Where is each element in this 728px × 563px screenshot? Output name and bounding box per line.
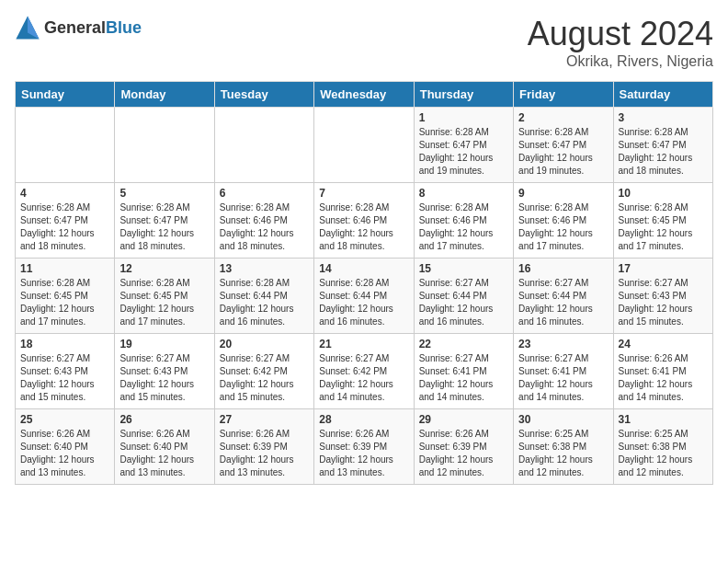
logo: GeneralBlue [15, 15, 142, 40]
day-number: 6 [220, 187, 309, 200]
day-number: 5 [119, 187, 209, 200]
logo-general: General [44, 18, 106, 37]
weekday-header-wednesday: Wednesday [314, 82, 414, 108]
calendar-cell: 22Sunrise: 6:27 AM Sunset: 6:41 PM Dayli… [414, 334, 513, 409]
weekday-header-saturday: Saturday [613, 82, 712, 108]
day-info: Sunrise: 6:27 AM Sunset: 6:44 PM Dayligh… [518, 277, 608, 328]
day-number: 18 [20, 338, 109, 350]
calendar-cell: 2Sunrise: 6:28 AM Sunset: 6:47 PM Daylig… [514, 108, 613, 183]
week-row-2: 4Sunrise: 6:28 AM Sunset: 6:47 PM Daylig… [16, 183, 713, 259]
calendar-cell: 16Sunrise: 6:27 AM Sunset: 6:44 PM Dayli… [514, 259, 613, 334]
calendar-cell: 6Sunrise: 6:28 AM Sunset: 6:46 PM Daylig… [214, 183, 313, 259]
calendar-cell: 23Sunrise: 6:27 AM Sunset: 6:41 PM Dayli… [514, 334, 613, 409]
weekday-header-row: SundayMondayTuesdayWednesdayThursdayFrid… [16, 82, 713, 108]
calendar-cell: 19Sunrise: 6:27 AM Sunset: 6:43 PM Dayli… [115, 334, 214, 409]
calendar-cell: 28Sunrise: 6:26 AM Sunset: 6:39 PM Dayli… [314, 409, 414, 485]
day-info: Sunrise: 6:26 AM Sunset: 6:40 PM Dayligh… [20, 428, 109, 479]
calendar-cell: 24Sunrise: 6:26 AM Sunset: 6:41 PM Dayli… [613, 334, 712, 409]
day-number: 27 [220, 413, 309, 426]
day-info: Sunrise: 6:28 AM Sunset: 6:46 PM Dayligh… [319, 201, 408, 253]
day-info: Sunrise: 6:27 AM Sunset: 6:44 PM Dayligh… [419, 277, 508, 328]
day-info: Sunrise: 6:25 AM Sunset: 6:38 PM Dayligh… [619, 428, 708, 479]
day-info: Sunrise: 6:28 AM Sunset: 6:46 PM Dayligh… [419, 201, 508, 253]
day-number: 2 [518, 111, 608, 124]
week-row-4: 18Sunrise: 6:27 AM Sunset: 6:43 PM Dayli… [16, 334, 713, 409]
day-number: 8 [419, 187, 508, 200]
weekday-header-monday: Monday [115, 82, 214, 108]
calendar-cell: 17Sunrise: 6:27 AM Sunset: 6:43 PM Dayli… [613, 259, 712, 334]
calendar-cell: 3Sunrise: 6:28 AM Sunset: 6:47 PM Daylig… [613, 108, 712, 183]
day-info: Sunrise: 6:28 AM Sunset: 6:44 PM Dayligh… [220, 277, 309, 328]
day-info: Sunrise: 6:28 AM Sunset: 6:46 PM Dayligh… [220, 201, 309, 253]
calendar-cell [16, 108, 115, 183]
day-info: Sunrise: 6:28 AM Sunset: 6:47 PM Dayligh… [419, 126, 508, 178]
day-number: 22 [419, 338, 508, 350]
day-number: 30 [518, 413, 608, 426]
day-number: 14 [319, 262, 408, 275]
day-number: 31 [619, 413, 708, 426]
day-info: Sunrise: 6:26 AM Sunset: 6:39 PM Dayligh… [220, 428, 309, 479]
day-number: 23 [518, 338, 608, 350]
day-info: Sunrise: 6:27 AM Sunset: 6:43 PM Dayligh… [20, 352, 109, 404]
calendar-cell: 15Sunrise: 6:27 AM Sunset: 6:44 PM Dayli… [414, 259, 513, 334]
week-row-3: 11Sunrise: 6:28 AM Sunset: 6:45 PM Dayli… [16, 259, 713, 334]
day-number: 10 [619, 187, 708, 200]
month-title: August 2024 [528, 15, 713, 53]
day-info: Sunrise: 6:28 AM Sunset: 6:47 PM Dayligh… [119, 201, 209, 253]
title-block: August 2024 Okrika, Rivers, Nigeria [528, 15, 713, 70]
calendar-cell: 26Sunrise: 6:26 AM Sunset: 6:40 PM Dayli… [115, 409, 214, 485]
day-number: 29 [419, 413, 508, 426]
day-info: Sunrise: 6:28 AM Sunset: 6:47 PM Dayligh… [518, 126, 608, 178]
day-number: 11 [20, 262, 109, 275]
calendar-cell: 31Sunrise: 6:25 AM Sunset: 6:38 PM Dayli… [613, 409, 712, 485]
day-info: Sunrise: 6:28 AM Sunset: 6:45 PM Dayligh… [20, 277, 109, 328]
week-row-5: 25Sunrise: 6:26 AM Sunset: 6:40 PM Dayli… [16, 409, 713, 485]
day-info: Sunrise: 6:27 AM Sunset: 6:43 PM Dayligh… [119, 352, 209, 404]
day-number: 7 [319, 187, 408, 200]
day-number: 19 [119, 338, 209, 350]
day-number: 13 [220, 262, 309, 275]
calendar-cell [115, 108, 214, 183]
day-info: Sunrise: 6:26 AM Sunset: 6:41 PM Dayligh… [619, 352, 708, 404]
day-number: 20 [220, 338, 309, 350]
day-number: 28 [319, 413, 408, 426]
day-info: Sunrise: 6:26 AM Sunset: 6:39 PM Dayligh… [319, 428, 408, 479]
calendar-cell: 20Sunrise: 6:27 AM Sunset: 6:42 PM Dayli… [214, 334, 313, 409]
location-title: Okrika, Rivers, Nigeria [528, 53, 713, 70]
day-number: 1 [419, 111, 508, 124]
day-number: 26 [119, 413, 209, 426]
calendar-cell [214, 108, 313, 183]
calendar-cell: 5Sunrise: 6:28 AM Sunset: 6:47 PM Daylig… [115, 183, 214, 259]
day-info: Sunrise: 6:28 AM Sunset: 6:45 PM Dayligh… [619, 201, 708, 253]
day-info: Sunrise: 6:27 AM Sunset: 6:41 PM Dayligh… [419, 352, 508, 404]
calendar-cell: 21Sunrise: 6:27 AM Sunset: 6:42 PM Dayli… [314, 334, 414, 409]
day-number: 24 [619, 338, 708, 350]
logo-icon [15, 15, 40, 40]
week-row-1: 1Sunrise: 6:28 AM Sunset: 6:47 PM Daylig… [16, 108, 713, 183]
calendar-cell: 12Sunrise: 6:28 AM Sunset: 6:45 PM Dayli… [115, 259, 214, 334]
calendar-cell: 18Sunrise: 6:27 AM Sunset: 6:43 PM Dayli… [16, 334, 115, 409]
calendar-table: SundayMondayTuesdayWednesdayThursdayFrid… [15, 81, 713, 485]
day-number: 3 [619, 111, 708, 124]
calendar-cell: 4Sunrise: 6:28 AM Sunset: 6:47 PM Daylig… [16, 183, 115, 259]
day-info: Sunrise: 6:26 AM Sunset: 6:40 PM Dayligh… [119, 428, 209, 479]
calendar-cell: 7Sunrise: 6:28 AM Sunset: 6:46 PM Daylig… [314, 183, 414, 259]
day-info: Sunrise: 6:26 AM Sunset: 6:39 PM Dayligh… [419, 428, 508, 479]
calendar-cell: 29Sunrise: 6:26 AM Sunset: 6:39 PM Dayli… [414, 409, 513, 485]
logo-blue: Blue [106, 18, 142, 37]
weekday-header-friday: Friday [514, 82, 613, 108]
page-header: GeneralBlue August 2024 Okrika, Rivers, … [15, 15, 713, 70]
day-info: Sunrise: 6:27 AM Sunset: 6:41 PM Dayligh… [518, 352, 608, 404]
calendar-cell: 25Sunrise: 6:26 AM Sunset: 6:40 PM Dayli… [16, 409, 115, 485]
day-number: 16 [518, 262, 608, 275]
day-number: 17 [619, 262, 708, 275]
day-info: Sunrise: 6:27 AM Sunset: 6:42 PM Dayligh… [220, 352, 309, 404]
day-number: 4 [20, 187, 109, 200]
calendar-cell: 9Sunrise: 6:28 AM Sunset: 6:46 PM Daylig… [514, 183, 613, 259]
weekday-header-sunday: Sunday [16, 82, 115, 108]
calendar-cell: 8Sunrise: 6:28 AM Sunset: 6:46 PM Daylig… [414, 183, 513, 259]
day-info: Sunrise: 6:27 AM Sunset: 6:43 PM Dayligh… [619, 277, 708, 328]
calendar-cell: 11Sunrise: 6:28 AM Sunset: 6:45 PM Dayli… [16, 259, 115, 334]
calendar-cell [314, 108, 414, 183]
day-info: Sunrise: 6:28 AM Sunset: 6:44 PM Dayligh… [319, 277, 408, 328]
